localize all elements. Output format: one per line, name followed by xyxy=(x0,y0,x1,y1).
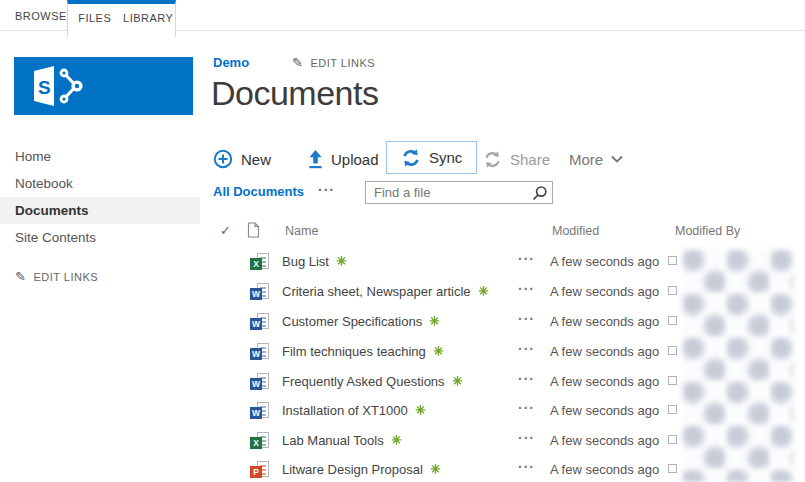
file-link[interactable]: Customer Specifications xyxy=(282,314,440,329)
search-icon[interactable] xyxy=(531,185,548,202)
file-link[interactable]: Lab Manual Tools xyxy=(282,433,402,448)
chevron-down-icon xyxy=(611,155,623,163)
table-row[interactable]: W Installation of XT1000 ··· A few secon… xyxy=(0,396,805,425)
table-row[interactable]: W Customer Specifications ··· A few seco… xyxy=(0,307,805,336)
row-ellipsis-menu[interactable]: ··· xyxy=(518,341,535,357)
sidebar-item-notebook[interactable]: Notebook xyxy=(0,170,200,197)
column-header-modified[interactable]: Modified xyxy=(552,224,599,238)
page-title: Documents xyxy=(211,74,378,113)
table-row[interactable]: X Lab Manual Tools ··· A few seconds ago xyxy=(0,426,805,455)
row-ellipsis-menu[interactable]: ··· xyxy=(518,400,535,416)
row-ellipsis-menu[interactable]: ··· xyxy=(518,430,535,446)
more-button-label: More xyxy=(569,151,603,168)
modified-value: A few seconds ago xyxy=(550,254,659,269)
presence-indicator xyxy=(668,346,677,355)
sync-button[interactable]: Sync xyxy=(386,141,477,174)
row-ellipsis-menu[interactable]: ··· xyxy=(518,371,535,387)
word-file-icon: W xyxy=(250,313,269,330)
header-edit-links[interactable]: ✎ EDIT LINKS xyxy=(292,55,375,70)
word-file-icon: W xyxy=(250,343,269,360)
presence-indicator xyxy=(668,405,677,414)
header-edit-links-label: EDIT LINKS xyxy=(310,57,375,69)
table-row[interactable]: X Bug List ··· A few seconds ago xyxy=(0,247,805,276)
file-link[interactable]: Bug List xyxy=(282,254,347,269)
new-badge-icon xyxy=(478,286,489,297)
modified-value: A few seconds ago xyxy=(550,433,659,448)
plus-circle-icon xyxy=(213,149,233,169)
word-file-icon: W xyxy=(250,373,269,390)
find-a-file-searchbox xyxy=(365,181,553,204)
new-button[interactable]: New xyxy=(213,142,271,176)
file-link[interactable]: Installation of XT1000 xyxy=(282,403,426,418)
view-all-documents[interactable]: All Documents xyxy=(213,184,304,199)
presence-indicator xyxy=(668,464,677,473)
table-row[interactable]: W Frequently Asked Questions ··· A few s… xyxy=(0,367,805,396)
modified-value: A few seconds ago xyxy=(550,462,659,477)
tab-browse[interactable]: BROWSE xyxy=(15,0,67,31)
tab-files[interactable]: FILES xyxy=(68,4,122,37)
select-all-check-icon[interactable]: ✓ xyxy=(220,223,231,238)
modified-value: A few seconds ago xyxy=(550,344,659,359)
powerpoint-file-icon: P xyxy=(250,461,269,478)
document-type-column-icon[interactable] xyxy=(247,222,260,238)
presence-indicator xyxy=(668,316,677,325)
table-row[interactable]: W Film techniques teaching ··· A few sec… xyxy=(0,337,805,366)
presence-indicator xyxy=(668,256,677,265)
view-overflow-ellipsis[interactable]: ··· xyxy=(318,182,335,198)
word-file-icon: W xyxy=(250,283,269,300)
sync-icon xyxy=(401,148,421,168)
file-link[interactable]: Litware Design Proposal xyxy=(282,462,441,477)
share-icon xyxy=(483,150,502,169)
share-button[interactable]: Share xyxy=(483,142,550,176)
presence-indicator xyxy=(668,435,677,444)
row-ellipsis-menu[interactable]: ··· xyxy=(518,311,535,327)
modified-value: A few seconds ago xyxy=(550,403,659,418)
upload-button-label: Upload xyxy=(331,151,379,168)
column-header-modified-by[interactable]: Modified By xyxy=(675,224,740,238)
more-button[interactable]: More xyxy=(569,142,623,176)
table-row[interactable]: W Criteria sheet, Newspaper article ··· … xyxy=(0,277,805,306)
sharepoint-logo[interactable]: S xyxy=(14,57,193,115)
excel-file-icon: X xyxy=(250,432,269,449)
row-ellipsis-menu[interactable]: ··· xyxy=(518,281,535,297)
row-ellipsis-menu[interactable]: ··· xyxy=(518,251,535,267)
file-link[interactable]: Criteria sheet, Newspaper article xyxy=(282,284,489,299)
column-header-name[interactable]: Name xyxy=(285,224,318,238)
presence-indicator xyxy=(668,286,677,295)
modified-value: A few seconds ago xyxy=(550,314,659,329)
row-ellipsis-menu[interactable]: ··· xyxy=(518,459,535,475)
sharepoint-logo-icon: S xyxy=(28,65,94,107)
upload-button[interactable]: Upload xyxy=(308,142,379,176)
search-input[interactable] xyxy=(366,182,530,203)
sidebar-item-documents[interactable]: Documents xyxy=(0,197,200,224)
ribbon-contextual-tabs: FILES LIBRARY xyxy=(67,0,176,37)
svg-text:S: S xyxy=(38,77,51,98)
modified-value: A few seconds ago xyxy=(550,374,659,389)
file-link[interactable]: Film techniques teaching xyxy=(282,344,444,359)
modified-value: A few seconds ago xyxy=(550,284,659,299)
share-button-label: Share xyxy=(510,151,550,168)
new-badge-icon xyxy=(433,346,444,357)
pencil-icon: ✎ xyxy=(292,55,303,70)
new-badge-icon xyxy=(336,256,347,267)
new-button-label: New xyxy=(241,151,271,168)
excel-file-icon: X xyxy=(250,253,269,270)
new-badge-icon xyxy=(415,405,426,416)
sidebar-item-home[interactable]: Home xyxy=(0,143,200,170)
new-badge-icon xyxy=(452,376,463,387)
upload-arrow-icon xyxy=(308,150,323,169)
tab-library[interactable]: LIBRARY xyxy=(122,4,176,37)
new-badge-icon xyxy=(430,464,441,475)
sharepoint-document-library: BROWSE FILES LIBRARY S Home Notebook Doc… xyxy=(0,0,805,482)
new-badge-icon xyxy=(391,435,402,446)
file-link[interactable]: Frequently Asked Questions xyxy=(282,374,463,389)
breadcrumb-demo-link[interactable]: Demo xyxy=(213,55,249,70)
new-badge-icon xyxy=(429,316,440,327)
presence-indicator xyxy=(668,376,677,385)
word-file-icon: W xyxy=(250,402,269,419)
sync-button-label: Sync xyxy=(429,149,462,166)
table-row[interactable]: P Litware Design Proposal ··· A few seco… xyxy=(0,455,805,482)
